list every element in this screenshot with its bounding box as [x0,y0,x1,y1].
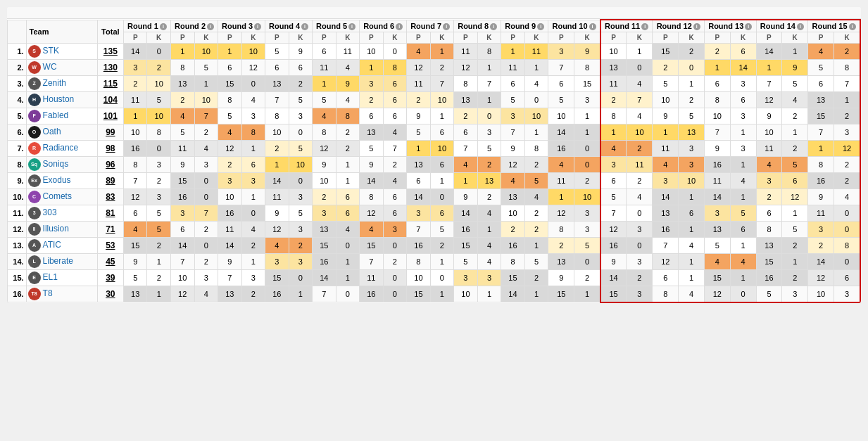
round-9-p-cell: 15 [501,270,525,286]
round-4-info-icon[interactable]: i [301,23,308,30]
round-10-p-subheader: P [548,32,574,44]
team-name-label[interactable]: Liberate [43,256,73,266]
round-14-info-icon[interactable]: i [797,23,804,30]
team-logo: H [28,94,41,106]
round-5-k-cell: 4 [336,60,360,76]
round-5-p-cell: 14 [313,270,336,286]
round-1-k-cell: 5 [147,92,171,108]
round-11-info-icon[interactable]: i [641,23,648,30]
team-name-label[interactable]: EL1 [43,272,58,282]
round-12-info-icon[interactable]: i [693,23,700,30]
team-name-label[interactable]: STK [43,46,59,56]
round-3-k-cell: 3 [241,173,265,189]
round-10-info-icon[interactable]: i [589,23,596,30]
round-10-k-cell: 3 [574,205,600,222]
round-13-p-cell: 4 [704,254,730,270]
round-15-p-cell: 9 [808,189,834,205]
table-row: 6.OOath991085248100821345663711411101137… [8,124,861,141]
total-cell: 53 [97,238,123,254]
round-2-p-subheader: P [170,32,194,44]
round-6-p-cell: 14 [360,173,384,189]
team-cell: EEL1 [26,270,97,286]
round-13-k-cell: 3 [730,76,756,92]
round-3-p-cell: 7 [218,270,242,286]
round-4-k-cell: 6 [289,60,313,76]
team-name-label[interactable]: Fabled [43,110,69,120]
round-6-p-cell: 3 [360,76,384,92]
team-name-label[interactable]: Radiance [43,143,79,153]
round-3-p-cell: 1 [218,44,242,60]
round-9-info-icon[interactable]: i [537,23,544,30]
round-11-p-cell: 13 [600,60,627,76]
team-name-label[interactable]: WC [43,62,57,72]
round-10-k-cell: 2 [574,173,600,189]
team-cell: IlIllusion [26,222,97,238]
total-cell: 30 [97,286,123,302]
round-6-info-icon[interactable]: i [396,23,403,30]
round-13-k-cell: 5 [730,205,756,222]
round-1-header: Round 1 [127,22,158,30]
round-14-p-cell: 10 [756,124,782,141]
team-name-label[interactable]: Illusion [43,224,69,234]
round-13-k-cell: 4 [730,254,756,270]
team-cell: 3303 [26,205,97,222]
team-name-label[interactable]: Comets [43,191,72,201]
round-14-p-cell: 11 [756,141,782,157]
round-7-k-cell: 1 [430,173,454,189]
round-1-info-icon[interactable]: i [160,23,167,30]
round-5-p-subheader: P [313,32,336,44]
team-name-label[interactable]: ATIC [43,240,61,250]
round-6-p-subheader: P [360,32,384,44]
round-7-info-icon[interactable]: i [443,23,450,30]
round-9-k-cell: 2 [524,222,548,238]
round-10-p-cell: 11 [548,173,574,189]
team-name-label[interactable]: Exodus [43,175,71,185]
total-cell: 104 [97,92,123,108]
round-1-k-cell: 0 [147,44,171,60]
round-15-k-cell: 0 [834,254,860,270]
team-cell: AATIC [26,238,97,254]
team-name-label[interactable]: 303 [43,207,57,217]
team-cell: T8T8 [26,286,97,302]
total-cell: 130 [97,60,123,76]
rank-cell: 15. [8,270,27,286]
team-name-label[interactable]: T8 [43,288,53,298]
round-3-k-cell: 3 [241,108,265,124]
round-10-p-cell: 8 [548,222,574,238]
round-2-info-icon[interactable]: i [207,23,214,30]
standings-table: TeamTotalRound 1iRound 2iRound 3iRound 4… [7,19,861,303]
round-9-k-cell: 8 [524,141,548,157]
team-name-label[interactable]: Oath [43,127,61,136]
round-5-info-icon[interactable]: i [348,23,356,30]
round-8-info-icon[interactable]: i [490,23,497,30]
round-6-p-cell: 11 [360,270,384,286]
round-13-info-icon[interactable]: i [745,23,752,30]
round-3-info-icon[interactable]: i [254,23,261,30]
team-name-label[interactable]: Soniqs [43,159,69,169]
round-15-info-icon[interactable]: i [849,23,856,30]
round-11-p-cell: 2 [600,92,627,108]
round-4-k-cell: 5 [289,92,313,108]
round-9-p-cell: 12 [501,157,525,173]
round-11-header: Round 11 [605,22,640,30]
round-14-p-cell: 4 [756,157,782,173]
round-3-p-cell: 15 [218,76,242,92]
round-2-k-cell: 5 [194,60,218,76]
round-8-k-cell: 3 [477,270,501,286]
team-name-label[interactable]: Zenith [43,78,66,88]
round-1-p-cell: 16 [123,141,147,157]
round-3-k-cell: 1 [241,189,265,205]
team-cell: ZZenith [26,76,97,92]
round-9-k-cell: 1 [524,238,548,254]
round-12-p-cell: 2 [653,60,679,76]
round-14-k-cell: 12 [782,189,808,205]
round-3-k-cell: 1 [241,254,265,270]
team-name-label[interactable]: Houston [43,94,75,104]
round-4-k-cell: 2 [289,76,313,92]
round-8-p-cell: 1 [454,173,478,189]
round-8-k-cell: 7 [477,76,501,92]
round-14-p-cell: 12 [756,92,782,108]
rank-cell: 7. [8,141,27,157]
table-row: 12.IlIllusion714562114123134437516122831… [8,222,861,238]
round-7-p-cell: 14 [407,189,431,205]
